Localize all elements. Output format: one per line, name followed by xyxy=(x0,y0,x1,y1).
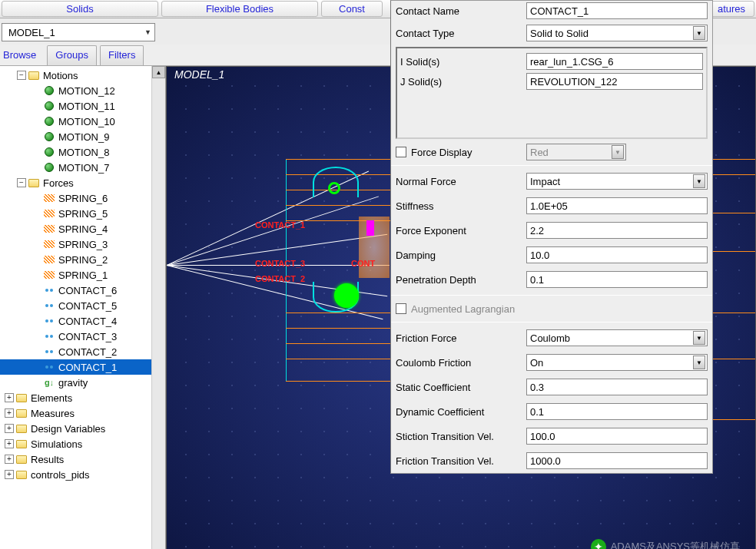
tree-node-elements[interactable]: +Elements xyxy=(0,390,165,405)
tab-groups[interactable]: Groups xyxy=(47,45,97,65)
force-display-checkbox[interactable] xyxy=(396,147,406,157)
field-value: 10.0 xyxy=(530,250,549,261)
tree-node-motions[interactable]: −Motions xyxy=(0,68,165,83)
stiffness-field[interactable]: 1.0E+05 xyxy=(526,197,708,214)
tab-browse[interactable]: Browse xyxy=(0,46,44,65)
tab-filters[interactable]: Filters xyxy=(100,45,144,65)
collapse-icon[interactable]: − xyxy=(17,178,26,187)
tree-node-measures[interactable]: +Measures xyxy=(0,405,165,421)
expand-icon[interactable]: + xyxy=(5,424,14,433)
tree-node-gravity[interactable]: g↓gravity xyxy=(0,375,165,390)
tree-label: CONTACT_1 xyxy=(57,362,118,373)
tree-node-design-vars[interactable]: +Design Variables xyxy=(0,421,165,436)
coulomb-friction-select[interactable]: On▼ xyxy=(526,354,708,371)
tree-label: MOTION_9 xyxy=(57,131,111,143)
expand-icon[interactable]: + xyxy=(5,393,14,402)
normal-force-select[interactable]: Impact▼ xyxy=(526,173,708,190)
damping-field[interactable]: 10.0 xyxy=(526,246,708,263)
solids-tab[interactable]: Solids xyxy=(2,1,158,17)
folder-icon xyxy=(16,409,27,418)
tree-node-contact[interactable]: CONTACT_4 xyxy=(0,313,165,329)
contact-icon xyxy=(44,363,55,371)
field-value: 2.2 xyxy=(530,225,544,236)
tree-label: gravity xyxy=(57,377,89,389)
tree-label: SPRING_3 xyxy=(57,239,109,250)
tree-node-motion[interactable]: MOTION_10 xyxy=(0,114,165,129)
tree-label: MOTION_7 xyxy=(57,162,111,174)
contact-type-select[interactable]: Solid to Solid▼ xyxy=(526,25,708,41)
flexible-bodies-tab[interactable]: Flexible Bodies xyxy=(161,1,318,17)
tree-node-motion[interactable]: MOTION_7 xyxy=(0,160,165,175)
tree-node-simulations[interactable]: +Simulations xyxy=(0,436,165,451)
penetration-label: Penetration Depth xyxy=(396,274,526,286)
coulomb-friction-label: Coulomb Friction xyxy=(396,357,526,369)
viewport-label: CONTACT_3 xyxy=(255,259,305,268)
collapse-icon[interactable]: − xyxy=(17,71,26,80)
tree-label: controls_pids xyxy=(29,469,91,481)
tree-label: CONTACT_4 xyxy=(57,316,118,327)
tree-node-contact[interactable]: CONTACT_2 xyxy=(0,344,165,359)
expand-icon[interactable]: + xyxy=(5,439,14,448)
field-value: 0.3 xyxy=(530,382,544,393)
select-value: Red xyxy=(530,147,549,158)
static-coef-field[interactable]: 0.3 xyxy=(526,379,708,395)
friction-force-select[interactable]: Coulomb▼ xyxy=(526,329,708,346)
model-tree[interactable]: −Motions MOTION_12 MOTION_11 MOTION_10 M… xyxy=(0,66,166,549)
aug-lagrangian-checkbox[interactable] xyxy=(396,303,406,314)
tree-label: MOTION_10 xyxy=(57,116,117,127)
tree-node-motion[interactable]: MOTION_8 xyxy=(0,144,165,160)
tree-node-motion[interactable]: MOTION_9 xyxy=(0,129,165,144)
viewport-title: MODEL_1 xyxy=(174,68,224,81)
tree-node-forces[interactable]: −Forces xyxy=(0,175,165,190)
tree-node-contact[interactable]: CONTACT_3 xyxy=(0,329,165,344)
dynamic-coef-field[interactable]: 0.1 xyxy=(526,403,708,420)
tree-node-controls-pids[interactable]: +controls_pids xyxy=(0,467,165,482)
expand-icon[interactable]: + xyxy=(5,470,14,479)
tree-node-spring[interactable]: SPRING_6 xyxy=(0,190,165,206)
force-exponent-field[interactable]: 2.2 xyxy=(526,222,708,239)
folder-icon xyxy=(28,179,39,187)
i-solid-field[interactable]: rear_lun_1.CSG_6 xyxy=(526,53,703,70)
tree-scrollbar[interactable]: ▲ ▼ xyxy=(151,66,165,549)
features-tab[interactable]: atures xyxy=(708,1,754,17)
tree-node-spring[interactable]: SPRING_1 xyxy=(0,267,165,283)
stiction-vel-field[interactable]: 100.0 xyxy=(526,428,708,445)
penetration-field[interactable]: 0.1 xyxy=(526,271,708,288)
tree-node-spring[interactable]: SPRING_4 xyxy=(0,221,165,236)
tree-label: MOTION_11 xyxy=(57,101,117,112)
constraints-tab[interactable]: Const xyxy=(321,1,383,17)
contact-type-label: Contact Type xyxy=(396,28,526,39)
tree-node-contact[interactable]: CONTACT_6 xyxy=(0,283,165,298)
tree-node-spring[interactable]: SPRING_2 xyxy=(0,252,165,267)
j-solid-field[interactable]: REVOLUTION_122 xyxy=(526,73,703,90)
friction-vel-field[interactable]: 1000.0 xyxy=(526,452,708,469)
tree-label: Forces xyxy=(41,177,75,189)
const-label: Const xyxy=(339,3,365,15)
tree-node-results[interactable]: +Results xyxy=(0,451,165,467)
model-select-value: MODEL_1 xyxy=(8,27,55,38)
folder-icon xyxy=(16,440,27,448)
contact-name-label: Contact Name xyxy=(396,5,526,17)
scroll-up-icon[interactable]: ▲ xyxy=(152,66,165,78)
friction-vel-label: Friction Transition Vel. xyxy=(396,455,526,467)
contact-name-field[interactable]: CONTACT_1 xyxy=(526,2,708,19)
wechat-icon: ✦ xyxy=(591,539,606,549)
tree-node-motion[interactable]: MOTION_11 xyxy=(0,98,165,114)
chevron-down-icon: ▼ xyxy=(693,26,705,40)
tree-node-spring[interactable]: SPRING_3 xyxy=(0,236,165,252)
tree-node-motion[interactable]: MOTION_12 xyxy=(0,83,165,98)
viewport-marker-icon xyxy=(328,182,340,194)
tree-label: CONTACT_2 xyxy=(57,346,118,358)
expand-icon[interactable]: + xyxy=(5,408,14,418)
motion-icon xyxy=(45,86,54,95)
tree-label: Motions xyxy=(41,70,80,81)
tree-node-contact-selected[interactable]: CONTACT_1 xyxy=(0,359,165,375)
viewport-label: CONTACT_2 xyxy=(255,274,305,283)
tree-node-contact[interactable]: CONTACT_5 xyxy=(0,298,165,313)
select-value: Solid to Solid xyxy=(530,28,589,39)
tree-node-spring[interactable]: SPRING_5 xyxy=(0,206,165,221)
expand-icon[interactable]: + xyxy=(5,455,14,464)
spring-icon xyxy=(44,225,55,233)
chevron-down-icon: ▼ xyxy=(693,356,705,369)
model-select[interactable]: MODEL_1 ▼ xyxy=(2,23,155,41)
